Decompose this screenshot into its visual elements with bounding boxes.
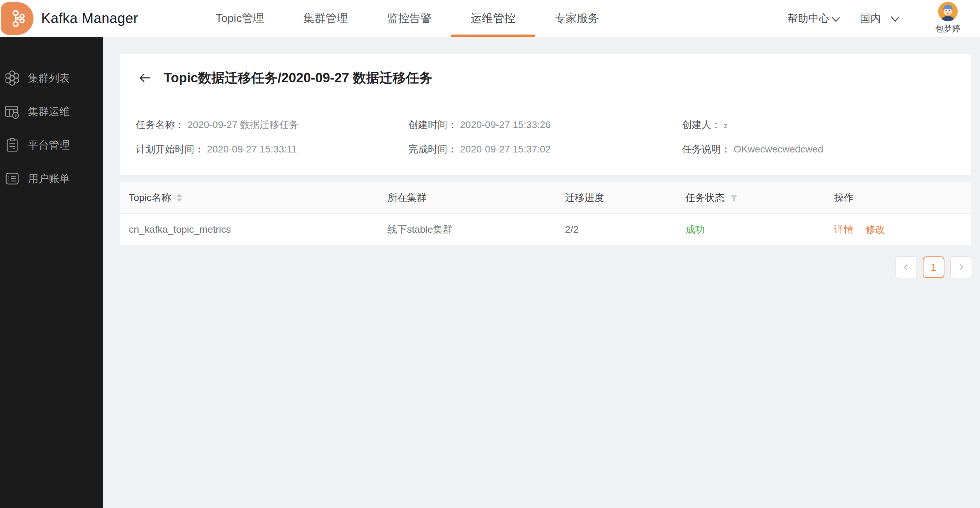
page-title: Topic数据迁移任务/2020-09-27 数据迁移任务 — [164, 69, 433, 87]
table-row: cn_kafka_topic_metrics 线下stable集群 2/2 成功… — [120, 214, 970, 245]
help-center-label: 帮助中心 — [788, 11, 829, 26]
prev-page-button[interactable] — [895, 256, 917, 278]
help-center-dropdown[interactable]: 帮助中心 — [788, 11, 840, 26]
region-dropdown[interactable]: 国内 — [860, 11, 900, 26]
field-planned-start-time: 计划开始时间：2020-09-27 15:33:11 — [136, 143, 408, 155]
nav-topic-management[interactable]: Topic管理 — [196, 0, 284, 37]
field-create-time: 创建时间：2020-09-27 15:33:26 — [408, 119, 682, 132]
nav-cluster-management[interactable]: 集群管理 — [284, 0, 368, 37]
modify-link[interactable]: 修改 — [865, 223, 885, 236]
cell-actions: 详情 修改 — [825, 223, 970, 236]
sidebar-item-label: 平台管理 — [28, 138, 70, 152]
title-divider — [136, 98, 955, 98]
table-header-row: Topic名称 所在集群 迁移进度 任务状态 操作 — [120, 182, 970, 214]
detail-link[interactable]: 详情 — [834, 223, 854, 236]
chevron-down-icon — [890, 13, 900, 25]
svg-text:$: $ — [15, 113, 17, 117]
main-content: Topic数据迁移任务/2020-09-27 数据迁移任务 任务名称：2020-… — [103, 37, 980, 508]
column-status: 任务状态 — [676, 191, 825, 205]
top-header: Kafka Manager Topic管理 集群管理 监控告警 运维管控 专家服… — [0, 0, 980, 37]
cell-topic-name: cn_kafka_topic_metrics — [120, 224, 378, 235]
nav-expert-service[interactable]: 专家服务 — [535, 0, 619, 37]
next-page-button[interactable] — [950, 256, 972, 278]
page-1-button[interactable]: 1 — [923, 256, 944, 278]
column-topic-name: Topic名称 — [120, 191, 378, 205]
region-label: 国内 — [860, 11, 881, 26]
top-nav: Topic管理 集群管理 监控告警 运维管控 专家服务 — [196, 0, 619, 37]
cell-status: 成功 — [676, 223, 825, 236]
filter-funnel-icon[interactable] — [729, 194, 738, 203]
column-cluster: 所在集群 — [378, 191, 556, 205]
user-menu[interactable]: 包梦婷 — [935, 0, 961, 37]
honeycomb-cluster-icon — [4, 70, 20, 86]
sort-icon[interactable] — [177, 194, 182, 202]
migration-table: Topic名称 所在集群 迁移进度 任务状态 操作 cn_kafka_topic… — [120, 182, 970, 245]
user-name: 包梦婷 — [935, 23, 961, 34]
app-title: Kafka Manager — [41, 11, 138, 26]
avatar — [938, 2, 958, 21]
clipboard-icon — [4, 137, 20, 153]
pagination: 1 — [895, 256, 972, 278]
field-task-name: 任务名称：2020-09-27 数据迁移任务 — [136, 119, 408, 132]
chevron-down-icon — [831, 13, 840, 25]
list-bill-icon — [4, 171, 20, 187]
sidebar: 集群列表 $ 集群运维 平台管理 — [0, 37, 103, 508]
sidebar-item-label: 用户账单 — [28, 171, 70, 186]
table-billing-icon: $ — [4, 104, 20, 120]
task-fields: 任务名称：2020-09-27 数据迁移任务 创建时间：2020-09-27 1… — [136, 119, 955, 155]
field-task-description: 任务说明：OKwecwecwedcwed — [682, 143, 955, 155]
field-finish-time: 完成时间：2020-09-27 15:37:02 — [408, 143, 682, 155]
field-creator: 创建人：z — [682, 119, 955, 132]
cell-cluster: 线下stable集群 — [378, 223, 556, 236]
sidebar-item-cluster-ops[interactable]: $ 集群运维 — [0, 95, 103, 129]
sidebar-item-platform-management[interactable]: 平台管理 — [0, 129, 103, 162]
nav-ops-control[interactable]: 运维管控 — [451, 0, 535, 37]
cell-progress: 2/2 — [556, 224, 676, 235]
sidebar-item-user-billing[interactable]: 用户账单 — [0, 162, 103, 195]
sidebar-item-cluster-list[interactable]: 集群列表 — [0, 61, 103, 95]
nav-monitor-alert[interactable]: 监控告警 — [368, 0, 451, 37]
sidebar-item-label: 集群运维 — [28, 105, 70, 119]
column-progress: 迁移进度 — [556, 191, 676, 205]
back-arrow-icon[interactable] — [138, 71, 152, 85]
task-info-card: Topic数据迁移任务/2020-09-27 数据迁移任务 任务名称：2020-… — [120, 54, 970, 175]
column-actions: 操作 — [825, 191, 970, 205]
kafka-manager-logo-icon — [1, 2, 33, 35]
sidebar-item-label: 集群列表 — [28, 71, 70, 86]
